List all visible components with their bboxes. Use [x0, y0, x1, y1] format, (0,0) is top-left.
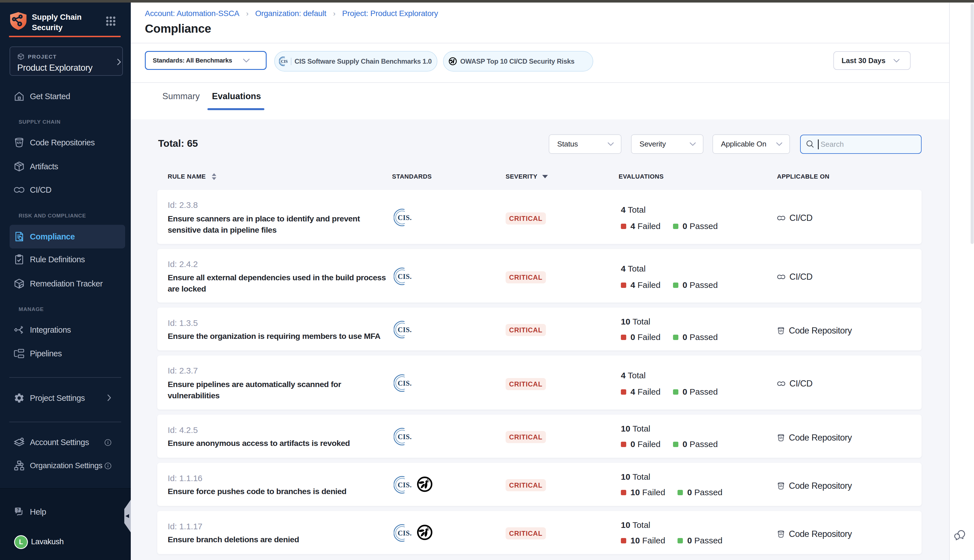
svg-text:CIS: CIS: [281, 59, 288, 63]
svg-text:CIS.: CIS.: [398, 273, 412, 280]
svg-text:CIS.: CIS.: [398, 529, 412, 537]
svg-text:CIS.: CIS.: [398, 433, 412, 440]
svg-text:?: ?: [17, 508, 20, 512]
svg-text:CIS.: CIS.: [398, 326, 412, 333]
svg-text:CIS.: CIS.: [398, 214, 412, 222]
svg-text:CIS.: CIS.: [398, 380, 412, 387]
svg-text:CIS.: CIS.: [398, 481, 412, 489]
